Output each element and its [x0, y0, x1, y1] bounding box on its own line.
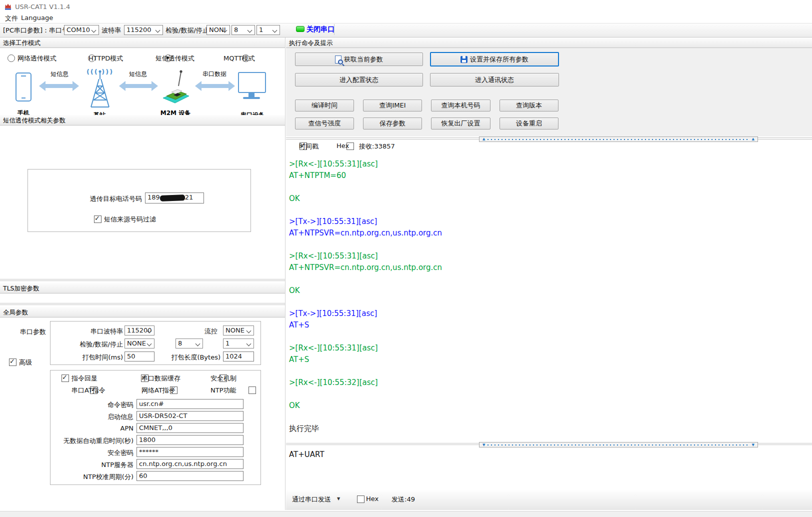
- pack-time-input[interactable]: 50: [124, 352, 154, 362]
- log-line: [289, 388, 811, 400]
- enter-comm-state-button[interactable]: 进入通讯状态: [430, 73, 559, 86]
- ntp-enable-label: NTP功能: [210, 386, 236, 395]
- security-password-input[interactable]: ******: [136, 447, 244, 457]
- ntp-enable-checkbox[interactable]: ✓: [248, 386, 256, 394]
- monitor-stand: [248, 93, 254, 97]
- ntp-server-label: NTP服务器: [54, 460, 134, 470]
- menu-file[interactable]: 文件: [3, 14, 20, 23]
- radio-label[interactable]: 短信透传模式: [156, 54, 194, 63]
- query-local-number-button[interactable]: 查询本机号码: [431, 100, 490, 112]
- apn-label: APN: [54, 424, 134, 432]
- com-port-select[interactable]: COM10: [64, 25, 99, 35]
- exec-header: 执行命令及提示: [286, 38, 812, 48]
- doc-search-icon: [335, 56, 342, 64]
- factory-reset-button[interactable]: 恢复出厂设置: [431, 118, 490, 130]
- log-output[interactable]: >[Rx<-][10:55:31][asc]AT+NTPTM=60 OK >[T…: [286, 154, 811, 440]
- tls-params-header[interactable]: TLS加密参数: [0, 283, 285, 294]
- pack-time-label: 打包时间(ms): [60, 353, 123, 362]
- ntp-server-input[interactable]: cn.ntp.org.cn,us.ntp.org.cn: [136, 459, 244, 469]
- uart-stop-bits-select[interactable]: 1: [223, 338, 254, 348]
- app-icon: [4, 2, 12, 10]
- log-line: AT+NTPSVR=cn.ntp.org.cn,us.ntp.org.cn: [289, 262, 811, 274]
- query-version-button[interactable]: 查询版本: [500, 100, 558, 112]
- collapse-down-icon[interactable]: ▼: [482, 443, 485, 448]
- mode-diagram: 手机 短信息 ((( ))) 基站 短信息: [0, 65, 285, 121]
- uart-parity-select[interactable]: NONE: [124, 338, 154, 348]
- timestamp-label: 时间戳: [299, 142, 318, 151]
- send-dropdown-icon[interactable]: ▼: [337, 496, 340, 501]
- ntp-period-input[interactable]: 60: [136, 471, 244, 481]
- chevron-down-icon: [246, 328, 252, 334]
- send-input-value[interactable]: AT+UART: [289, 450, 324, 459]
- double-arrow-icon: [39, 81, 79, 91]
- parity-select[interactable]: NONI: [206, 25, 230, 35]
- log-line: >[Rx<-][10:55:31][asc]: [289, 250, 811, 262]
- cmd-password-input[interactable]: usr.cn#: [136, 399, 244, 409]
- section-divider: [0, 278, 285, 282]
- serial-device-icon: [238, 72, 266, 93]
- redaction-overlay: [160, 194, 185, 202]
- splitter-handle[interactable]: ▼ ▼: [479, 442, 758, 448]
- sms-source-filter-checkbox[interactable]: ✓: [94, 216, 102, 223]
- parity-data-stop-label: 检验/数据/停止: [166, 26, 209, 35]
- radio-label[interactable]: HTTPD模式: [88, 54, 123, 63]
- send-hex-checkbox[interactable]: ✓: [357, 496, 364, 503]
- enter-config-state-button[interactable]: 进入配置状态: [295, 73, 423, 86]
- link-label-sms-2: 短信息: [124, 70, 152, 78]
- boot-message-input[interactable]: USR-DR502-CT: [136, 411, 244, 421]
- set-save-all-params-button[interactable]: 设置并保存所有参数: [430, 52, 559, 66]
- log-line: OK: [289, 285, 811, 296]
- serial-toolbar: [PC串口参数]：串口号 COM10 波特率 115200 检验/数据/停止 N…: [0, 23, 812, 38]
- apn-input[interactable]: CMNET,,,0: [136, 423, 244, 433]
- chevron-down-icon: [248, 28, 252, 33]
- flow-control-select[interactable]: NONE: [223, 326, 254, 336]
- send-splitter[interactable]: ▼ ▼: [286, 442, 812, 448]
- close-port-button[interactable]: 关闭串口: [306, 25, 334, 34]
- work-mode-header: 选择工作模式: [0, 38, 285, 48]
- security-mech-label: 安全机制: [210, 374, 236, 383]
- radio-label[interactable]: MQTT模式: [224, 54, 255, 63]
- uart-baud-label: 串口波特率: [60, 327, 123, 336]
- target-phone-input[interactable]: 18921: [145, 192, 204, 204]
- log-hex-label: Hex: [336, 142, 349, 150]
- query-imei-button[interactable]: 查询IMEI: [363, 100, 422, 112]
- security-password-label: 安全密码: [54, 448, 134, 458]
- baud-select[interactable]: 115200: [124, 25, 163, 35]
- collapse-down-icon[interactable]: ▼: [752, 443, 754, 448]
- data-bits-select[interactable]: 8: [232, 25, 255, 35]
- cmd-password-label: 命令密码: [54, 400, 134, 410]
- baud-label: 波特率: [102, 26, 121, 35]
- query-signal-button[interactable]: 查信号强度: [295, 118, 354, 130]
- radio-net-passthrough[interactable]: [8, 54, 15, 62]
- toolbar-separator: [334, 24, 334, 35]
- menu-language[interactable]: Language: [19, 14, 55, 22]
- log-splitter[interactable]: ▲ ▲: [286, 136, 812, 142]
- uart-baud-select[interactable]: 115200: [124, 326, 154, 336]
- get-params-button[interactable]: 获取当前参数: [295, 52, 423, 66]
- sms-source-filter-label: 短信来源号码过滤: [104, 215, 156, 224]
- uart-data-bits-select[interactable]: 8: [176, 338, 203, 348]
- radio-label[interactable]: 网络透传模式: [18, 54, 56, 63]
- splitter-handle[interactable]: ▲ ▲: [479, 136, 758, 142]
- log-line: [289, 239, 811, 250]
- no-data-restart-input[interactable]: 1800: [136, 435, 244, 445]
- collapse-up-icon[interactable]: ▲: [752, 137, 754, 142]
- collapse-up-icon[interactable]: ▲: [482, 137, 485, 142]
- double-arrow-icon: [119, 81, 158, 91]
- cmd-echo-checkbox[interactable]: ✓: [62, 374, 69, 382]
- send-input-area[interactable]: AT+UART: [286, 448, 812, 489]
- stop-bits-select[interactable]: 1: [256, 25, 280, 35]
- base-station-icon: [85, 70, 115, 108]
- save-params-button[interactable]: 保存参数: [363, 118, 422, 130]
- advanced-checkbox[interactable]: ✓: [9, 358, 16, 366]
- global-params-header[interactable]: 全局参数: [0, 307, 285, 318]
- no-data-restart-label: 无数据自动重启时间(秒): [54, 436, 134, 446]
- log-line: AT+NTPSVR=cn.ntp.org.cn,us.ntp.org.cn: [289, 228, 811, 239]
- log-line: >[Rx<-][10:55:32][asc]: [289, 377, 811, 388]
- app-window: USR-CAT1 V1.1.4 文件 Language [PC串口参数]：串口号…: [0, 0, 812, 517]
- device-restart-button[interactable]: 设备重启: [500, 118, 558, 130]
- serial-params-label: 串口参数: [20, 328, 46, 336]
- send-via-serial-button[interactable]: 通过串口发送: [292, 495, 331, 504]
- compile-time-button[interactable]: 编译时间: [295, 100, 354, 112]
- pack-length-input[interactable]: 1024: [223, 352, 254, 362]
